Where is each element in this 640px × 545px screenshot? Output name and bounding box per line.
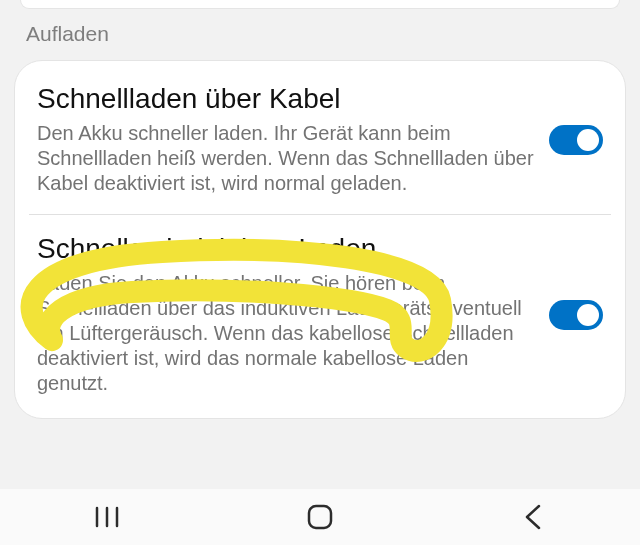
setting-text: Schnellladen über Kabel Den Akku schnell…: [37, 83, 549, 196]
previous-card-tail: [20, 0, 620, 9]
setting-fast-wireless-charging[interactable]: Schnelles induktives Laden Laden Sie den…: [15, 229, 625, 400]
toggle-fast-cable-charging[interactable]: [549, 125, 603, 155]
section-header: Aufladen: [26, 22, 109, 46]
divider: [29, 214, 611, 215]
setting-title: Schnellladen über Kabel: [37, 83, 535, 115]
setting-description: Den Akku schneller laden. Ihr Gerät kann…: [37, 121, 535, 196]
navigation-bar: [0, 489, 640, 545]
setting-title: Schnelles induktives Laden: [37, 233, 535, 265]
home-button[interactable]: [280, 497, 360, 537]
setting-text: Schnelles induktives Laden Laden Sie den…: [37, 233, 549, 396]
charging-settings-card: Schnellladen über Kabel Den Akku schnell…: [14, 60, 626, 419]
back-button[interactable]: [493, 497, 573, 537]
recent-apps-button[interactable]: [67, 497, 147, 537]
svg-rect-3: [309, 506, 331, 528]
settings-screen: Aufladen Schnellladen über Kabel Den Akk…: [0, 0, 640, 545]
toggle-knob: [577, 129, 599, 151]
setting-fast-cable-charging[interactable]: Schnellladen über Kabel Den Akku schnell…: [15, 79, 625, 200]
toggle-fast-wireless-charging[interactable]: [549, 300, 603, 330]
setting-description: Laden Sie den Akku schneller. Sie hören …: [37, 271, 535, 396]
toggle-knob: [577, 304, 599, 326]
